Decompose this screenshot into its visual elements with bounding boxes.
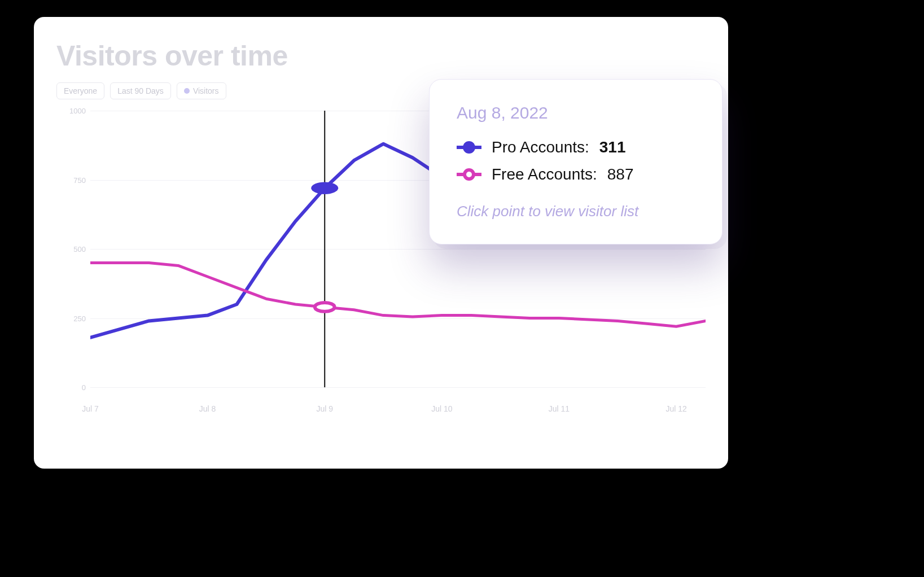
visitors-dot-icon — [184, 88, 190, 94]
filter-segment-label: Everyone — [64, 86, 97, 95]
filter-metric-label: Visitors — [193, 86, 219, 95]
x-tick-label: Jul 9 — [316, 404, 333, 413]
y-tick-label: 500 — [73, 245, 86, 253]
chart-title: Visitors over time — [56, 40, 706, 72]
free-series-marker-icon — [457, 168, 481, 181]
tooltip-free-value: 887 — [607, 165, 634, 183]
tooltip-row-pro[interactable]: Pro Accounts: 311 — [457, 138, 695, 156]
x-tick-label: Jul 11 — [549, 404, 570, 413]
y-tick-label: 750 — [73, 176, 86, 184]
tooltip-pro-label: Pro Accounts: — [492, 138, 589, 156]
tooltip-hint: Click point to view visitor list — [457, 203, 695, 220]
x-tick-label: Jul 10 — [431, 404, 452, 413]
tooltip-row-free[interactable]: Free Accounts: 887 — [457, 165, 695, 183]
y-tick-label: 250 — [73, 314, 86, 322]
gridline — [90, 387, 706, 388]
filter-segment[interactable]: Everyone — [56, 82, 104, 99]
data-point-free[interactable] — [315, 303, 335, 312]
filter-metric[interactable]: Visitors — [177, 82, 226, 99]
filter-daterange-label: Last 90 Days — [117, 86, 164, 95]
chart-tooltip: Aug 8, 2022 Pro Accounts: 311 Free Accou… — [429, 79, 722, 244]
y-axis: 02505007501000 — [56, 111, 90, 387]
y-tick-label: 0 — [82, 383, 86, 392]
tooltip-date: Aug 8, 2022 — [457, 103, 695, 123]
y-tick-label: 1000 — [69, 107, 86, 115]
filter-daterange[interactable]: Last 90 Days — [110, 82, 171, 99]
tooltip-pro-value: 311 — [599, 138, 626, 156]
tooltip-free-label: Free Accounts: — [492, 165, 597, 183]
data-point-pro[interactable] — [311, 182, 338, 194]
x-tick-label: Jul 12 — [665, 404, 686, 413]
x-axis: Jul 7Jul 8Jul 9Jul 10Jul 11Jul 12 — [90, 404, 706, 427]
x-tick-label: Jul 7 — [82, 404, 99, 413]
pro-series-marker-icon — [457, 141, 481, 154]
x-tick-label: Jul 8 — [199, 404, 216, 413]
